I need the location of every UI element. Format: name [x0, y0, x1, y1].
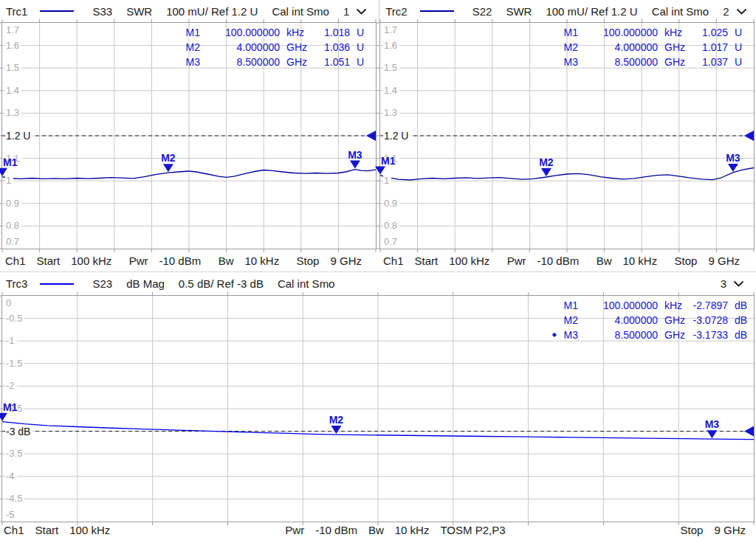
footer-item: 9 GHz — [714, 524, 746, 536]
marker-value: 1.018 — [307, 25, 350, 40]
marker-value: -3.1733 — [685, 328, 728, 342]
marker-frequency: 8.500000 — [578, 55, 658, 69]
footer-item: Start — [415, 255, 439, 267]
trace1-header[interactable]: Trc1S33SWR100 mU/ Ref 1.2 UCal int Smo1 — [0, 0, 379, 22]
footer-item: Ch1 — [5, 255, 26, 267]
marker-frequency-unit: GHz — [286, 55, 307, 69]
marker-readout-row: M38.500000GHz1.037U — [549, 55, 751, 69]
trace-format-label: SWR — [126, 5, 152, 18]
footer-item: Pwr — [285, 524, 304, 536]
footer-item: 10 kHz — [622, 255, 657, 267]
footer-item: 100 kHz — [71, 255, 111, 267]
marker-frequency-unit: GHz — [664, 40, 685, 55]
trace-color-swatch — [420, 10, 454, 12]
marker-readout-row: ◆M38.500000GHz-3.1733dB — [549, 328, 751, 342]
footer-item: Stop — [675, 255, 698, 267]
marker-frequency: 4.000000 — [578, 313, 658, 328]
cal-status-label: Cal int Smo — [652, 5, 709, 18]
trace-name-label: Trc3 — [6, 277, 27, 290]
channel-selector[interactable]: 3 — [721, 277, 744, 290]
channel-footers-top: Ch1Start100 kHzPwr-10 dBmBw10 kHzStop9 G… — [0, 249, 756, 271]
channel-selector[interactable]: 1 — [343, 5, 367, 18]
marker-value-unit: U — [735, 55, 751, 69]
marker-frequency: 8.500000 — [578, 328, 658, 342]
marker-frequency: 8.500000 — [200, 55, 280, 69]
marker-frequency-unit: GHz — [664, 313, 685, 328]
trace2-plot-area[interactable]: 1.71.61.51.41.31.2 U1.110.90.80.7M1M2M3M… — [379, 22, 755, 249]
marker-name: M1 — [559, 25, 578, 40]
trace3-plot-area[interactable]: 0-0.5-1-1.5-2-2.5-3 dB-3.5-4-4.5-5M1M2M3… — [1, 295, 755, 522]
marker-frequency-unit: GHz — [286, 40, 307, 55]
footer-item: Bw — [368, 524, 384, 536]
marker-frequency-unit: kHz — [664, 25, 685, 40]
footer-item: -10 dBm — [537, 255, 580, 267]
trace-format-label: SWR — [506, 5, 532, 18]
marker-readout: M1100.000000kHz1.025UM24.000000GHz1.017U… — [549, 25, 751, 69]
chevron-down-icon — [733, 280, 744, 287]
marker-frequency: 4.000000 — [200, 40, 280, 55]
marker-frequency-unit: kHz — [286, 25, 307, 40]
footer-item: Pwr — [129, 255, 148, 267]
active-marker-indicator: ◆ — [549, 328, 559, 342]
marker-name: M3 — [559, 328, 578, 342]
trace-color-swatch — [40, 283, 74, 285]
marker-name: M2 — [181, 40, 200, 55]
channel-selector[interactable]: 2 — [723, 5, 746, 18]
chevron-down-icon — [736, 8, 747, 15]
marker-value: -2.7897 — [685, 298, 728, 313]
cal-status-label: Cal int Smo — [272, 5, 329, 18]
scale-ref-label: 100 mU/ Ref 1.2 U — [546, 5, 637, 18]
footer-item: 9 GHz — [330, 255, 362, 267]
marker-frequency: 4.000000 — [578, 40, 658, 55]
trace-name-label: Trc2 — [385, 5, 407, 18]
marker-value-unit: U — [357, 55, 373, 69]
marker-value-unit: dB — [735, 313, 751, 328]
footer-item: Bw — [597, 255, 612, 267]
trace2-header[interactable]: Trc2S22SWR100 mU/ Ref 1.2 UCal int Smo2 — [379, 0, 756, 22]
marker-value-unit: U — [357, 40, 373, 55]
footer-group: Pwr-10 dBm — [129, 255, 202, 267]
marker-frequency-unit: GHz — [664, 55, 685, 69]
footer-item: Stop — [681, 524, 704, 536]
marker-readout: M1100.000000kHz-2.7897dBM24.000000GHz-3.… — [549, 298, 751, 342]
trace1-plot-area[interactable]: 1.71.61.51.41.31.2 U1.110.90.80.7M1M2M3M… — [1, 22, 377, 249]
trace3-header[interactable]: Trc3S23dB Mag0.5 dB/ Ref -3 dBCal int Sm… — [0, 271, 756, 295]
marker-frequency-unit: kHz — [664, 298, 685, 313]
footer-item: 10 kHz — [244, 255, 279, 267]
scale-ref-label: 100 mU/ Ref 1.2 U — [166, 5, 258, 18]
marker-frequency: 100.000000 — [578, 298, 658, 313]
footer-item: -10 dBm — [159, 255, 202, 267]
s-parameter-label: S33 — [92, 5, 112, 18]
ref-level-arrow[interactable] — [744, 426, 754, 437]
footer-item: Ch1 — [383, 255, 404, 267]
ref-level-arrow[interactable] — [744, 131, 754, 141]
marker-readout: M1100.000000kHz1.018UM24.000000GHz1.036U… — [171, 25, 373, 69]
marker-value-unit: dB — [735, 328, 751, 342]
footer-item: 100 kHz — [449, 255, 489, 267]
footer-item: 9 GHz — [708, 255, 740, 267]
marker-readout-row: M1100.000000kHz1.018U — [171, 25, 373, 40]
s-parameter-label: S22 — [472, 5, 492, 18]
marker-name: M3 — [181, 55, 200, 69]
marker-readout-row: M24.000000GHz-3.0728dB — [549, 313, 751, 328]
plots-top-row: 1.71.61.51.41.31.2 U1.110.90.80.7M1M2M3M… — [0, 22, 756, 249]
trace-format-label: dB Mag — [126, 277, 165, 290]
channel-footer-1: Ch1Start100 kHzPwr-10 dBmBw10 kHzStop9 G… — [1, 249, 377, 271]
chevron-down-icon — [356, 8, 367, 15]
channel-number: 2 — [723, 5, 729, 18]
footer-item: Start — [35, 524, 59, 536]
marker-value-unit: U — [735, 25, 751, 40]
footer-item: Start — [37, 255, 61, 267]
footer-item: TOSM P2,P3 — [440, 524, 505, 536]
footer-item: 10 kHz — [395, 524, 430, 536]
s-parameter-label: S23 — [92, 277, 112, 290]
channel-number: 3 — [721, 277, 726, 290]
footer-item: Pwr — [507, 255, 526, 267]
ref-level-arrow[interactable] — [366, 131, 376, 141]
marker-name: M2 — [559, 40, 578, 55]
footer-group: Ch1Start100 kHz — [4, 524, 110, 536]
marker-readout-row: M38.500000GHz1.051U — [171, 55, 373, 69]
marker-value: 1.017 — [685, 40, 728, 55]
trace-name-label: Trc1 — [6, 5, 27, 18]
footer-group: Pwr-10 dBmBw10 kHzTOSM P2,P3 — [285, 524, 505, 536]
